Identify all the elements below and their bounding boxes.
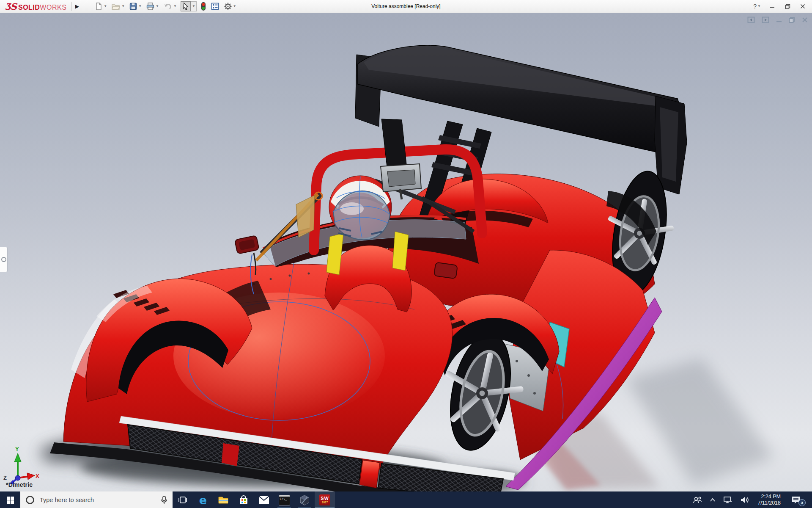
3d-viewport-canvas[interactable] (0, 13, 812, 491)
graphics-area: Y X Z *Dimetric (0, 13, 812, 491)
quick-access-toolbar: ▼ ▼ ▼ ▼ (93, 1, 237, 12)
select-tool-group: ▼ (180, 1, 198, 11)
gear-icon (224, 2, 232, 11)
save-button[interactable]: ▼ (128, 1, 143, 11)
document-window-controls (747, 17, 808, 23)
new-document-icon (94, 2, 103, 11)
expand-panel-icon (1, 257, 6, 262)
triad-z-label: Z (3, 475, 7, 481)
right-mirror (434, 262, 458, 279)
action-center-button[interactable]: 3 (786, 491, 806, 508)
select-tool-dropdown[interactable]: ▼ (191, 1, 197, 11)
orientation-triad: Y X Z (3, 446, 41, 484)
window-title: Voiture assomblee [Read-only] (371, 0, 440, 13)
tray-date: 7/11/2018 (757, 500, 781, 506)
task-view-icon (178, 496, 187, 504)
taskbar-app-solidworks-2017[interactable]: SW 2017 (315, 491, 335, 508)
people-icon (693, 496, 702, 504)
dassault-ds-mark: ƷS (5, 1, 16, 12)
taskbar-clock[interactable]: 2:24 PM 7/11/2018 (754, 494, 784, 506)
windows-logo-icon (7, 497, 14, 504)
taskbar-app-mixed-reality-viewer[interactable] (294, 491, 315, 508)
close-icon (800, 4, 805, 9)
minimize-icon (770, 4, 775, 9)
select-cursor-icon (182, 2, 189, 11)
taskbar-app-file-explorer[interactable] (213, 491, 233, 508)
system-tray: 2:24 PM 7/11/2018 3 (690, 491, 812, 508)
undo-arrow-icon (163, 2, 173, 11)
minimize-document-icon[interactable] (776, 17, 782, 23)
cortana-icon (25, 495, 35, 505)
restore-document-icon[interactable] (789, 17, 795, 23)
solidworks-2017-icon: SW 2017 (319, 494, 330, 505)
close-document-icon[interactable] (802, 17, 808, 23)
network-button[interactable] (720, 491, 735, 508)
microsoft-store-icon (239, 495, 249, 505)
solidworks-application-window: ƷS SOLID WORKS ▶ ▼ ▼ (0, 0, 812, 508)
undo-button[interactable]: ▼ (162, 1, 178, 11)
mixed-reality-viewer-icon (299, 494, 310, 505)
notification-count-badge: 3 (798, 499, 806, 506)
logo-text-works: WORKS (40, 4, 66, 11)
tray-time: 2:24 PM (761, 494, 781, 500)
triad-y-label: Y (15, 446, 19, 452)
close-button[interactable] (795, 1, 810, 12)
print-button[interactable]: ▼ (145, 1, 160, 11)
window-controls: ? ▼ (749, 0, 810, 13)
start-button[interactable] (0, 491, 20, 508)
taskbar-app-microsoft-store[interactable] (233, 491, 254, 508)
view-orientation-label: *Dimetric (6, 481, 33, 488)
open-folder-icon (111, 2, 121, 11)
microphone-icon[interactable] (161, 495, 167, 505)
feature-manager-collapsed-tab[interactable] (0, 247, 8, 272)
restore-button[interactable] (780, 1, 795, 12)
properties-list-icon (211, 2, 219, 11)
ethernet-network-icon (723, 496, 732, 504)
taskbar-app-edge[interactable]: e (193, 491, 213, 508)
options-button[interactable]: ▼ (222, 1, 238, 11)
print-icon (146, 2, 155, 11)
help-button[interactable]: ? ▼ (749, 1, 765, 12)
open-button[interactable]: ▼ (110, 1, 126, 11)
speaker-icon (740, 496, 749, 504)
rebuild-button[interactable] (199, 1, 208, 12)
restore-icon (785, 4, 790, 9)
triad-x-label: X (36, 473, 39, 479)
left-mirror (235, 235, 259, 254)
task-view-button[interactable] (173, 491, 193, 508)
next-window-icon[interactable] (762, 17, 769, 23)
save-floppy-icon (129, 2, 137, 11)
search-input[interactable] (39, 496, 156, 504)
file-explorer-icon (218, 495, 229, 505)
chevron-up-icon (710, 498, 716, 502)
logo-text-solid: SOLID (18, 4, 40, 11)
command-prompt-icon: C:\_ (279, 495, 290, 505)
hidden-icons-button[interactable] (707, 491, 719, 508)
menu-expand-arrow-button[interactable]: ▶ (73, 2, 81, 11)
edge-icon: e (199, 494, 207, 507)
taskbar-app-mail[interactable] (254, 491, 274, 508)
divider (71, 2, 72, 11)
mail-icon (258, 496, 269, 504)
traffic-light-icon (200, 2, 206, 11)
volume-button[interactable] (737, 491, 752, 508)
previous-window-icon[interactable] (747, 17, 755, 23)
taskbar-app-command-prompt[interactable]: C:\_ (274, 491, 294, 508)
select-tool-button[interactable] (181, 1, 191, 11)
component-properties-button[interactable] (209, 1, 221, 11)
taskbar-search[interactable] (20, 491, 173, 508)
title-bar: ƷS SOLID WORKS ▶ ▼ ▼ (0, 0, 812, 13)
minimize-button[interactable] (765, 1, 780, 12)
new-document-button[interactable]: ▼ (93, 1, 108, 11)
people-button[interactable] (690, 491, 705, 508)
windows-taskbar: e C:\_ (0, 491, 812, 508)
solidworks-logo: ƷS SOLID WORKS (0, 1, 71, 12)
